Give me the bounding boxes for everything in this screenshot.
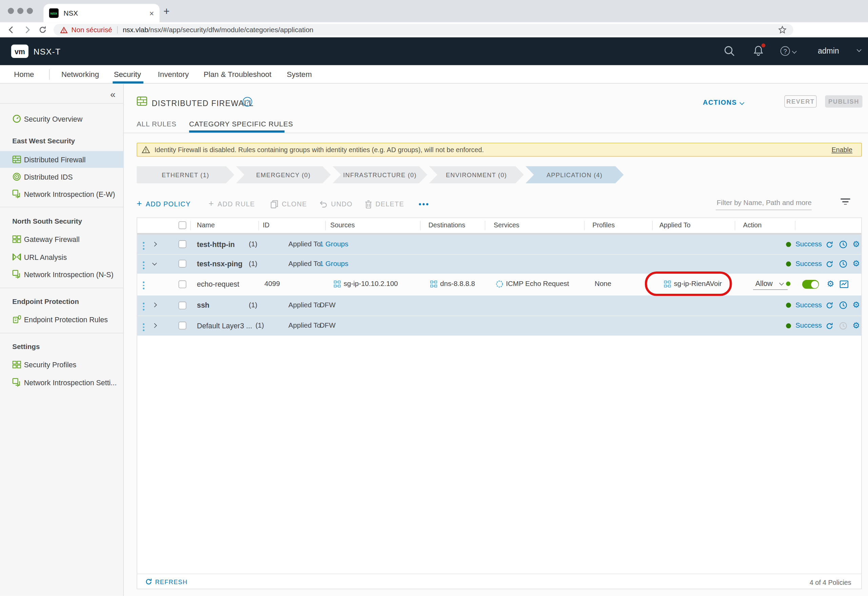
column-name[interactable]: Name <box>197 221 215 229</box>
column-applied-to[interactable]: Applied To <box>660 221 691 229</box>
nav-home[interactable]: Home <box>14 70 34 79</box>
policy-row-test-http-in[interactable]: test-http-in (1) Applied To 1 Groups Suc… <box>138 235 862 254</box>
window-zoom-button[interactable] <box>27 8 33 14</box>
search-icon[interactable] <box>723 45 735 57</box>
rule-source[interactable]: sg-ip-10.10.2.100 <box>343 280 398 288</box>
select-all-checkbox[interactable] <box>178 221 186 229</box>
action-dropdown-chevron-icon[interactable] <box>779 281 784 286</box>
column-profiles[interactable]: Profiles <box>592 221 615 229</box>
tab-all-rules[interactable]: ALL RULES <box>137 120 177 128</box>
policy-row-default-layer3[interactable]: Default Layer3 ... (1) Applied To DFW Su… <box>138 316 862 336</box>
forward-icon[interactable] <box>23 26 31 34</box>
applied-to-link[interactable]: 1 Groups <box>320 260 349 268</box>
sidebar-item-network-introspection-settings[interactable]: Network Introspection Setti... <box>0 374 124 391</box>
banner-enable-link[interactable]: Enable <box>831 146 852 153</box>
status-link[interactable]: Success <box>796 322 822 329</box>
settings-gear-icon[interactable]: ⚙ <box>852 259 860 268</box>
refresh-button[interactable]: REFRESH <box>145 578 188 585</box>
column-services[interactable]: Services <box>494 221 519 229</box>
schedule-clock-icon[interactable] <box>839 260 847 268</box>
rule-service[interactable]: ICMP Echo Request <box>506 280 569 288</box>
rule-stats-icon[interactable] <box>840 280 848 288</box>
vmware-logo[interactable]: vm <box>11 45 28 58</box>
user-menu[interactable]: admin <box>818 46 839 55</box>
rule-settings-gear-icon[interactable]: ⚙ <box>827 279 834 288</box>
more-actions-button[interactable]: ••• <box>419 200 430 208</box>
sidebar-item-network-introspection-ew[interactable]: Network Introspection (E-W) <box>0 186 124 202</box>
clone-button[interactable]: CLONE <box>271 200 307 208</box>
expand-chevron-icon[interactable] <box>152 302 157 307</box>
expand-chevron-icon[interactable] <box>152 242 157 247</box>
schedule-clock-icon[interactable] <box>839 301 847 309</box>
policy-name[interactable]: ssh <box>197 301 210 309</box>
tab-close-icon[interactable]: × <box>149 9 154 18</box>
browser-tab[interactable]: NSX NSX × <box>43 4 159 22</box>
nav-networking[interactable]: Networking <box>61 70 99 79</box>
drag-handle-icon[interactable] <box>143 242 144 249</box>
collapse-chevron-icon[interactable] <box>152 261 157 266</box>
revert-button[interactable]: REVERT <box>784 95 816 108</box>
policy-name[interactable]: test-http-in <box>197 240 235 249</box>
expand-chevron-icon[interactable] <box>152 323 157 328</box>
row-checkbox[interactable] <box>178 260 186 268</box>
column-action[interactable]: Action <box>743 221 762 229</box>
status-link[interactable]: Success <box>796 240 822 248</box>
category-ethernet[interactable]: ETHERNET (1) <box>137 166 234 183</box>
add-policy-button[interactable]: +ADD POLICY <box>137 199 191 208</box>
action-dropdown[interactable]: Allow <box>756 279 773 288</box>
row-checkbox[interactable] <box>178 240 186 248</box>
sidebar-collapse-icon[interactable]: « <box>110 89 115 100</box>
reload-icon[interactable] <box>38 26 47 34</box>
row-checkbox[interactable] <box>178 322 186 329</box>
policy-name[interactable]: test-nsx-ping <box>197 260 243 268</box>
drag-handle-icon[interactable] <box>143 282 144 289</box>
rule-name[interactable]: echo-request <box>197 280 240 288</box>
check-status-icon[interactable] <box>826 260 833 268</box>
column-id[interactable]: ID <box>263 221 269 229</box>
column-destinations[interactable]: Destinations <box>429 221 466 229</box>
settings-gear-icon[interactable]: ⚙ <box>852 321 860 330</box>
filter-icon[interactable] <box>840 199 850 205</box>
bookmark-star-icon[interactable] <box>778 26 787 34</box>
check-status-icon[interactable] <box>826 302 833 309</box>
back-icon[interactable] <box>7 26 16 34</box>
filter-input[interactable]: Filter by Name, Path and more <box>717 199 812 207</box>
column-sources[interactable]: Sources <box>330 221 355 229</box>
sidebar-item-network-introspection-ns[interactable]: Network Introspection (N-S) <box>0 266 124 283</box>
policy-row-ssh[interactable]: ssh (1) Applied To DFW Success ⚙ <box>138 295 862 316</box>
help-menu[interactable]: ? <box>781 46 796 56</box>
category-environment[interactable]: ENVIRONMENT (0) <box>429 166 524 183</box>
user-menu-chevron-icon[interactable] <box>857 47 862 52</box>
sidebar-item-distributed-ids[interactable]: Distributed IDS <box>0 168 124 185</box>
tab-category-specific-rules[interactable]: CATEGORY SPECIFIC RULES <box>189 120 293 128</box>
url-field[interactable]: Non sécurisé nsx.vlab/nsx/#/app/security… <box>53 24 793 36</box>
sidebar-item-gateway-firewall[interactable]: Gateway Firewall <box>0 231 124 247</box>
policy-row-test-nsx-ping[interactable]: test-nsx-ping (1) Applied To 1 Groups Su… <box>138 255 862 274</box>
category-application[interactable]: APPLICATION (4) <box>526 166 624 183</box>
window-close-button[interactable] <box>8 8 14 14</box>
policy-name[interactable]: Default Layer3 ... <box>197 322 252 330</box>
not-secure-label[interactable]: Non sécurisé <box>71 26 112 34</box>
rule-enabled-toggle[interactable] <box>802 280 819 289</box>
check-status-icon[interactable] <box>826 322 833 330</box>
rule-destination[interactable]: dns-8.8.8.8 <box>440 280 475 288</box>
actions-menu[interactable]: ACTIONS <box>703 99 744 106</box>
nav-inventory[interactable]: Inventory <box>158 70 189 79</box>
category-emergency[interactable]: EMERGENCY (0) <box>236 166 331 183</box>
status-link[interactable]: Success <box>796 301 822 309</box>
row-checkbox[interactable] <box>178 302 186 309</box>
new-tab-button[interactable]: + <box>163 6 170 18</box>
add-rule-button[interactable]: +ADD RULE <box>208 199 255 208</box>
sidebar-item-distributed-firewall[interactable]: Distributed Firewall <box>0 151 124 168</box>
rule-row-echo-request[interactable]: echo-request 4099 sg-ip-10.10.2.100 dns-… <box>138 274 862 295</box>
check-status-icon[interactable] <box>826 241 833 249</box>
nav-plan-troubleshoot[interactable]: Plan & Troubleshoot <box>204 70 272 79</box>
settings-gear-icon[interactable]: ⚙ <box>852 239 860 248</box>
status-link[interactable]: Success <box>796 260 822 268</box>
drag-handle-icon[interactable] <box>143 302 144 310</box>
row-checkbox[interactable] <box>178 280 186 288</box>
page-help-icon[interactable]: ? <box>243 97 252 106</box>
drag-handle-icon[interactable] <box>143 323 144 331</box>
drag-handle-icon[interactable] <box>143 261 144 269</box>
publish-button[interactable]: PUBLISH <box>825 95 862 108</box>
